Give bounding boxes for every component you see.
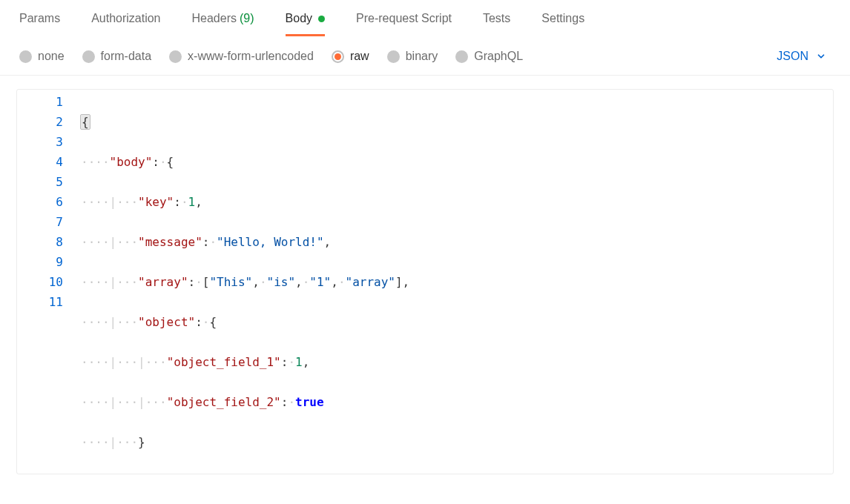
radio-icon <box>332 50 344 63</box>
radio-icon <box>82 50 95 63</box>
tab-body[interactable]: Body <box>286 12 325 36</box>
radio-icon <box>19 50 32 63</box>
raw-format-select[interactable]: JSON <box>777 50 831 63</box>
code-area[interactable]: { ····"body":·{ ····|···"key":·1, ····|·… <box>76 90 833 474</box>
body-type-binary[interactable]: binary <box>387 50 438 63</box>
tab-authorization[interactable]: Authorization <box>91 12 160 36</box>
line-number: 2 <box>17 112 63 132</box>
line-number: 4 <box>17 152 63 172</box>
body-changed-indicator-icon <box>318 16 325 22</box>
line-number: 10 <box>17 272 63 292</box>
body-type-none[interactable]: none <box>19 50 65 63</box>
radio-icon <box>169 50 182 63</box>
body-type-x-www-form-urlencoded[interactable]: x-www-form-urlencoded <box>169 50 314 63</box>
request-tabs: Params Authorization Headers (9) Body Pr… <box>0 0 850 36</box>
radio-icon <box>455 50 468 63</box>
tab-pre-request-script[interactable]: Pre-request Script <box>356 12 452 36</box>
raw-format-label: JSON <box>777 50 808 63</box>
line-number: 5 <box>17 172 63 192</box>
tab-params[interactable]: Params <box>19 12 60 36</box>
line-number: 9 <box>17 252 63 272</box>
line-number: 11 <box>17 292 63 312</box>
body-type-selector: none form-data x-www-form-urlencoded raw… <box>0 36 850 76</box>
body-editor[interactable]: 1 2 3 4 5 6 7 8 9 10 11 { ····"body":·{ … <box>16 89 834 474</box>
line-number: 3 <box>17 132 63 152</box>
line-number: 6 <box>17 192 63 212</box>
body-type-form-data[interactable]: form-data <box>82 50 151 63</box>
body-type-graphql[interactable]: GraphQL <box>455 50 523 63</box>
radio-icon <box>387 50 400 63</box>
line-number: 7 <box>17 212 63 232</box>
tab-headers[interactable]: Headers (9) <box>192 12 254 36</box>
line-number-gutter: 1 2 3 4 5 6 7 8 9 10 11 <box>17 90 76 474</box>
line-number: 8 <box>17 232 63 252</box>
line-number: 1 <box>17 92 63 112</box>
tab-settings[interactable]: Settings <box>541 12 584 36</box>
headers-count: (9) <box>240 12 254 25</box>
tab-tests[interactable]: Tests <box>483 12 510 36</box>
body-type-raw[interactable]: raw <box>332 50 369 63</box>
chevron-down-icon <box>816 51 826 62</box>
